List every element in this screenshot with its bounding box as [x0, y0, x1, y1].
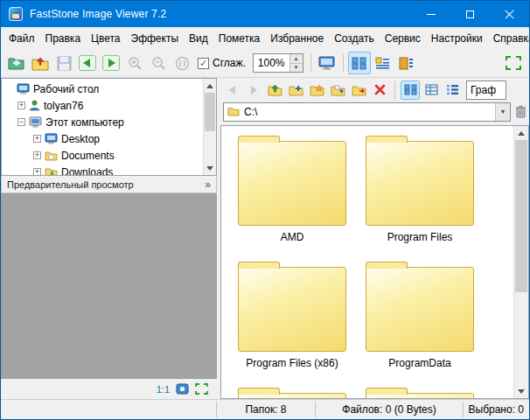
trash-icon	[515, 105, 527, 118]
spinner-up-icon[interactable]: ▲	[290, 54, 303, 63]
menu-item-create[interactable]: Создать	[329, 29, 380, 48]
display-settings-button[interactable]	[316, 52, 338, 74]
maximize-button[interactable]	[450, 1, 490, 27]
fit-window-button[interactable]	[176, 383, 189, 395]
scroll-up-icon[interactable]	[204, 79, 216, 93]
folder-tile-partial[interactable]	[232, 387, 352, 398]
forward-button[interactable]	[100, 52, 122, 74]
copy-to-button[interactable]	[328, 80, 347, 100]
tree-expander-plus[interactable]: +	[33, 168, 41, 175]
menu-item-view[interactable]: Вид	[184, 29, 213, 48]
smooth-label: Сглаж.	[213, 57, 246, 69]
up-level-button[interactable]	[265, 80, 284, 100]
tree-expander-plus[interactable]: +	[17, 102, 25, 109]
menu-item-colors[interactable]: Цвета	[86, 29, 125, 48]
favorites-folder-icon	[310, 84, 324, 96]
scroll-up-icon[interactable]	[514, 126, 528, 140]
zoom-actual-button	[171, 52, 193, 74]
tree-expander-plus[interactable]: +	[33, 151, 41, 159]
tree-item-downloads[interactable]: + Downloads	[5, 164, 203, 175]
view-preview-button[interactable]	[395, 52, 418, 74]
tree-expander-plus[interactable]: +	[33, 135, 41, 143]
file-list-scrollbar[interactable]	[513, 126, 528, 398]
back-button[interactable]	[76, 52, 99, 74]
scrollbar-thumb[interactable]	[205, 93, 215, 131]
window-title: FastStone Image Viewer 7.2	[30, 8, 166, 20]
fullscreen-icon	[506, 56, 521, 70]
view-details-button[interactable]	[372, 52, 394, 74]
tree-expander-minus[interactable]: −	[17, 118, 25, 126]
address-dropdown-icon[interactable]: ▾	[495, 103, 510, 121]
fullscreen-small-button[interactable]	[195, 383, 208, 395]
desktop-icon	[17, 83, 30, 94]
folder-icon	[366, 141, 474, 226]
menu-item-tag[interactable]: Пометка	[213, 29, 266, 48]
nav-forward-icon	[248, 85, 260, 95]
folder-icon	[366, 393, 474, 398]
scrollbar-track[interactable]	[514, 292, 528, 384]
address-path: C:\	[244, 106, 495, 118]
tree-label: tolyan76	[44, 100, 83, 112]
folder-tree: Рабочий стол + tolyan76 − Этот компьютер…	[1, 78, 217, 176]
browser-view-thumbnails-button[interactable]	[401, 80, 420, 100]
menu-item-effects[interactable]: Эффекты	[126, 29, 185, 48]
minimize-button[interactable]	[411, 1, 450, 27]
menu-item-file[interactable]: Файл	[3, 29, 40, 48]
collapse-chevron-icon[interactable]: »	[205, 178, 211, 191]
trash-button[interactable]	[515, 105, 527, 118]
menu-item-settings[interactable]: Настройки	[426, 29, 488, 48]
folders-count: Папок: 8	[217, 400, 315, 419]
browse-folder-button[interactable]	[29, 52, 52, 74]
tree-label: Этот компьютер	[45, 116, 124, 129]
scroll-down-icon[interactable]	[514, 384, 528, 398]
folder-tile-partial[interactable]	[359, 387, 480, 398]
smooth-option: ✓ Сглаж.	[198, 57, 246, 69]
forward-arrow-icon	[102, 55, 120, 71]
toolbar-separator	[310, 54, 311, 72]
tree-item-documents[interactable]: + Documents	[5, 147, 203, 164]
move-to-button[interactable]	[349, 80, 368, 100]
selected-count: Выбрано: 0	[464, 400, 529, 419]
spinner-down-icon[interactable]: ▼	[290, 63, 303, 73]
tree-scrollbar[interactable]	[203, 79, 216, 175]
file-filter-combo[interactable]: Граф	[466, 80, 506, 100]
zoom-combo[interactable]: 100% ▲ ▼	[253, 53, 303, 73]
monitor-icon	[318, 56, 335, 71]
details-view-icon	[425, 84, 438, 95]
scroll-down-icon[interactable]	[204, 161, 216, 175]
tree-label: Рабочий стол	[33, 83, 99, 95]
fit-window-icon	[176, 383, 189, 395]
folder-tile-amd[interactable]: AMD	[232, 135, 352, 243]
fullscreen-button[interactable]	[502, 52, 525, 74]
menu-item-edit[interactable]: Правка	[40, 29, 87, 48]
tree-item-this-pc[interactable]: − Этот компьютер	[5, 114, 203, 130]
tree-item-desktop-root[interactable]: Рабочий стол	[5, 80, 203, 97]
folder-small-icon	[227, 107, 240, 116]
folder-tile-program-files[interactable]: Program Files	[359, 135, 480, 243]
scrollbar-thumb[interactable]	[515, 140, 527, 292]
address-combo[interactable]: C:\ ▾	[223, 102, 511, 122]
user-icon	[29, 100, 40, 111]
nav-back-icon	[227, 85, 239, 95]
browser-view-list-button[interactable]	[443, 80, 462, 100]
delete-button[interactable]	[370, 80, 389, 100]
menu-item-help[interactable]: Справка	[488, 29, 530, 48]
browser-view-details-button[interactable]	[422, 80, 441, 100]
new-folder-button[interactable]	[286, 80, 305, 100]
folder-tile-programdata[interactable]: ProgramData	[359, 261, 480, 369]
new-folder-icon	[289, 84, 303, 96]
open-folder-button[interactable]	[5, 52, 28, 74]
tree-item-desktop[interactable]: + Desktop	[5, 130, 203, 147]
folder-icon	[238, 267, 346, 352]
close-button[interactable]	[490, 1, 529, 27]
preview-header[interactable]: Предварительный просмотр »	[1, 176, 217, 193]
scrollbar-track[interactable]	[204, 131, 216, 161]
menu-item-tools[interactable]: Сервис	[380, 29, 426, 48]
view-thumbnails-button[interactable]	[348, 52, 371, 74]
smooth-checkbox[interactable]: ✓	[198, 58, 209, 69]
tree-item-user[interactable]: + tolyan76	[5, 97, 203, 114]
titlebar[interactable]: FastStone Image Viewer 7.2	[1, 1, 529, 27]
menu-item-favorites[interactable]: Избранное	[265, 29, 329, 48]
folder-tile-program-files-x86[interactable]: Program Files (x86)	[232, 261, 352, 369]
favorites-button[interactable]	[307, 80, 326, 100]
